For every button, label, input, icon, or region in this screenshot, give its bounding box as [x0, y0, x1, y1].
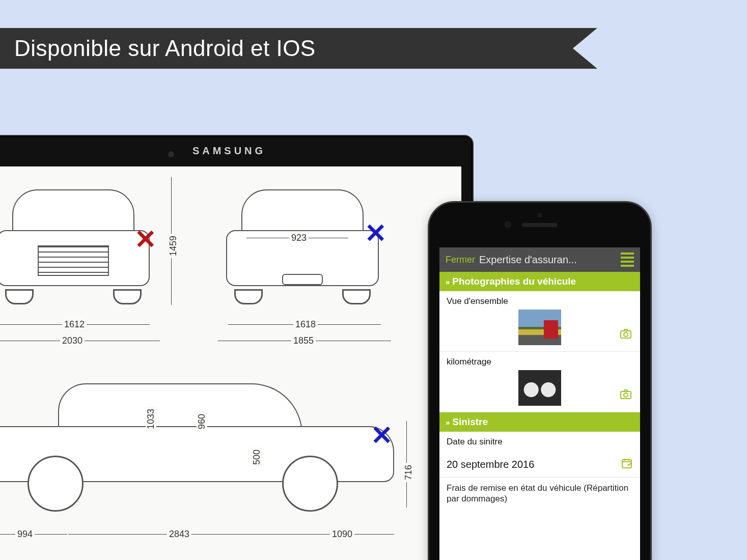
dim-front-overhang: 994 [15, 529, 35, 540]
dim-side-height: 716 [403, 463, 414, 482]
car-front-roof [12, 189, 134, 235]
damage-mark-side-rear[interactable]: ✕ [371, 422, 393, 449]
car-rear-roof [241, 189, 364, 235]
banner-text: Disponible sur Android et IOS [14, 36, 316, 61]
cost-note: Frais de remise en état du véhicule (Rép… [439, 478, 640, 510]
section-title: Photographies du véhicule [452, 276, 576, 287]
vehicle-blueprint[interactable]: ✕ 1612 2030 1459 ✕ 923 1618 1855 [0, 166, 461, 560]
tablet-brand: SAMSUNG [192, 145, 266, 157]
chevron-right-icon: » [446, 418, 448, 427]
photo-thumbnail[interactable] [518, 370, 561, 406]
menu-icon[interactable] [621, 253, 634, 267]
car-side-wheel-front [27, 456, 84, 512]
phone-device: Fermer Expertise d'assuran... » Photogra… [428, 201, 652, 560]
car-rear-tire-left [234, 289, 263, 304]
close-button[interactable]: Fermer [446, 255, 475, 265]
dim-rear-overhang: 1090 [330, 529, 354, 540]
tablet-camera-dot [168, 151, 174, 157]
damage-mark-front[interactable]: ✕ [134, 226, 157, 253]
svg-point-1 [624, 332, 628, 337]
row-label: Vue d'ensemble [447, 296, 633, 306]
car-rear-plate [282, 274, 323, 285]
phone-camera-dot [504, 221, 511, 228]
date-value: 20 septembre 2016 [447, 459, 534, 470]
section-title: Sinistre [452, 416, 488, 428]
photo-slot-overview[interactable] [439, 306, 640, 352]
car-rear-tire-right [342, 289, 371, 304]
row-label: Date du sinitre [447, 437, 633, 447]
app-header: Fermer Expertise d'assuran... [439, 247, 640, 272]
car-side-view: ✕ ✕ [0, 375, 399, 508]
dim-rear-width: 1855 [291, 335, 316, 346]
field-label-row: Date du sinitre [439, 432, 640, 450]
section-header-photos[interactable]: » Photographies du véhicule [439, 272, 640, 291]
photo-row-overview: Vue d'ensemble [439, 291, 640, 306]
page-title: Expertise d'assuran... [479, 254, 617, 266]
car-side-wheel-rear [282, 456, 338, 512]
dim-width: 2030 [60, 335, 85, 346]
dim-rear-opening: 923 [289, 233, 309, 243]
car-front-tire-left [5, 289, 34, 304]
dim-rear-track: 1618 [293, 319, 318, 330]
dim-track: 1612 [62, 319, 87, 330]
dim-wheelbase: 2843 [167, 529, 191, 540]
dim-interior-c: 500 [252, 447, 262, 467]
car-front-tire-right [113, 289, 142, 304]
tablet-device: SAMSUNG ✕ 1612 2030 1459 [0, 135, 474, 560]
photo-thumbnail[interactable] [518, 310, 561, 345]
phone-speaker [522, 223, 558, 227]
camera-icon[interactable] [619, 388, 633, 403]
phone-screen: Fermer Expertise d'assuran... » Photogra… [439, 247, 640, 560]
calendar-icon[interactable] [621, 457, 633, 472]
tablet-screen: ✕ 1612 2030 1459 ✕ 923 1618 1855 [0, 166, 461, 560]
photo-slot-odometer[interactable] [439, 367, 640, 412]
damage-mark-rear[interactable]: ✕ [365, 220, 387, 246]
chevron-right-icon: » [446, 277, 448, 286]
camera-icon[interactable] [619, 327, 633, 342]
banner-ribbon: Disponible sur Android et IOS [0, 28, 573, 69]
svg-point-3 [624, 393, 628, 397]
car-front-view: ✕ [0, 184, 155, 301]
dim-interior-a: 1033 [146, 407, 156, 431]
section-header-claim[interactable]: » Sinistre [439, 412, 640, 432]
row-label: kilométrage [447, 357, 633, 367]
date-field[interactable]: 20 septembre 2016 [439, 450, 640, 478]
photo-row-odometer: kilométrage [439, 352, 640, 367]
dim-height: 1459 [168, 234, 179, 258]
phone-sensor-dot [537, 213, 542, 218]
car-front-grille [38, 245, 109, 276]
dim-interior-b: 960 [197, 412, 207, 431]
